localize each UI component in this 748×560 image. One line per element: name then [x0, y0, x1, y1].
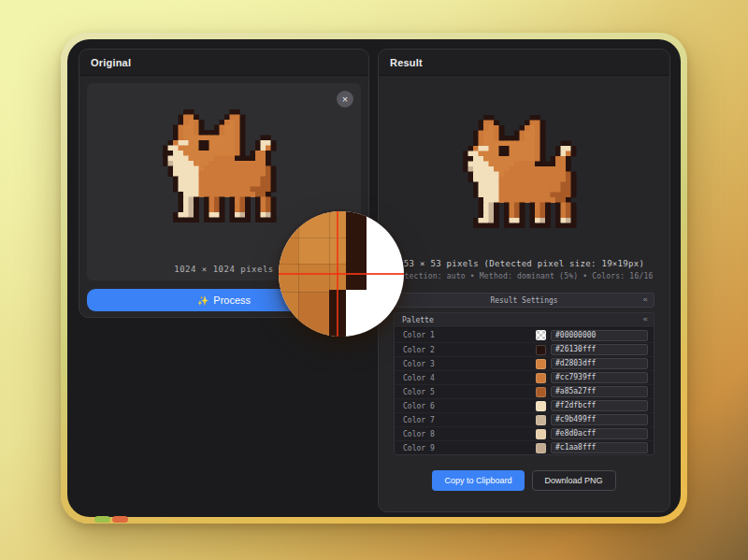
crosshair-vertical-line [337, 211, 338, 337]
color-label: Color 1 [403, 331, 536, 339]
result-panel-header: Result [379, 50, 669, 76]
window-accent-red [112, 516, 128, 523]
color-swatch[interactable] [536, 443, 546, 453]
palette-header[interactable]: Palette « [395, 313, 654, 328]
color-label: Color 3 [403, 360, 536, 368]
result-detection-label: Detection: auto • Method: dominant (5%) … [386, 272, 662, 280]
color-hex-input[interactable]: #26130fff [551, 344, 648, 355]
palette-row: Color 1 #00000000 [395, 328, 654, 342]
close-icon: × [342, 93, 348, 105]
palette-row: Color 9 #c1aa8fff [395, 440, 654, 454]
color-swatch[interactable] [536, 387, 546, 397]
palette-row: Color 4 #cc7939ff [395, 370, 654, 384]
color-swatch[interactable] [536, 415, 546, 425]
result-settings-label: Result Settings [490, 296, 557, 305]
loupe-zoom-region [346, 211, 366, 290]
color-label: Color 8 [403, 430, 536, 438]
result-actions: Copy to Clipboard Download PNG [386, 470, 662, 491]
palette-row: Color 7 #c9b499ff [395, 412, 654, 426]
color-hex-input[interactable]: #00000000 [551, 330, 648, 341]
palette-rows: Color 1 #00000000 Color 2 #26130fff Colo… [395, 328, 654, 454]
download-png-button[interactable]: Download PNG [532, 470, 616, 491]
color-hex-input[interactable]: #c1aa8fff [551, 442, 648, 453]
original-panel-title: Original [91, 57, 131, 68]
result-image-wrapper [386, 83, 662, 259]
palette-row: Color 8 #e8d0acff [395, 426, 654, 440]
color-label: Color 7 [403, 416, 536, 424]
palette-row: Color 5 #a85a27ff [395, 384, 654, 398]
palette-title: Palette [402, 316, 434, 324]
result-panel-body: 53 × 53 pixels (Detected pixel size: 19×… [379, 76, 669, 498]
color-label: Color 6 [403, 402, 536, 410]
color-label: Color 9 [403, 444, 536, 452]
color-swatch[interactable] [536, 359, 546, 369]
magnifier-loupe [279, 211, 404, 337]
sparkles-icon: ✨ [197, 295, 209, 306]
color-swatch[interactable] [536, 373, 546, 383]
color-hex-input[interactable]: #f2dfbcff [551, 400, 648, 411]
window-accent-green [94, 516, 110, 523]
result-panel: Result 53 × 53 pixels (Detected pixel si… [378, 49, 670, 512]
result-panel-title: Result [390, 57, 423, 68]
color-hex-input[interactable]: #d2803dff [551, 358, 648, 369]
color-hex-input[interactable]: #e8d0acff [551, 428, 648, 439]
copy-to-clipboard-button[interactable]: Copy to Clipboard [432, 470, 524, 491]
color-swatch[interactable] [536, 330, 546, 340]
collapse-icon: « [643, 314, 648, 323]
original-pixel-art-image [163, 109, 286, 223]
palette-row: Color 3 #d2803dff [395, 356, 654, 370]
result-pixel-art-image [463, 115, 586, 228]
color-label: Color 4 [403, 374, 536, 382]
color-swatch[interactable] [536, 345, 546, 355]
collapse-icon: « [643, 294, 648, 304]
palette-row: Color 6 #f2dfbcff [395, 398, 654, 412]
palette-row: Color 2 #26130fff [395, 342, 654, 356]
crosshair-horizontal-line [279, 273, 404, 275]
result-dimensions-label: 53 × 53 pixels (Detected pixel size: 19×… [386, 259, 662, 268]
color-swatch[interactable] [536, 401, 546, 411]
remove-image-button[interactable]: × [337, 91, 353, 108]
color-label: Color 5 [403, 388, 536, 396]
process-button-label: Process [213, 294, 251, 306]
color-hex-input[interactable]: #a85a27ff [551, 386, 648, 397]
color-hex-input[interactable]: #c9b499ff [551, 414, 648, 425]
original-panel-header: Original [79, 50, 368, 76]
result-settings-bar[interactable]: Result Settings « [394, 293, 654, 308]
color-hex-input[interactable]: #cc7939ff [551, 372, 648, 383]
palette-section: Palette « Color 1 #00000000 Color 2 #261… [394, 312, 654, 455]
color-label: Color 2 [403, 346, 536, 354]
color-swatch[interactable] [536, 429, 546, 439]
